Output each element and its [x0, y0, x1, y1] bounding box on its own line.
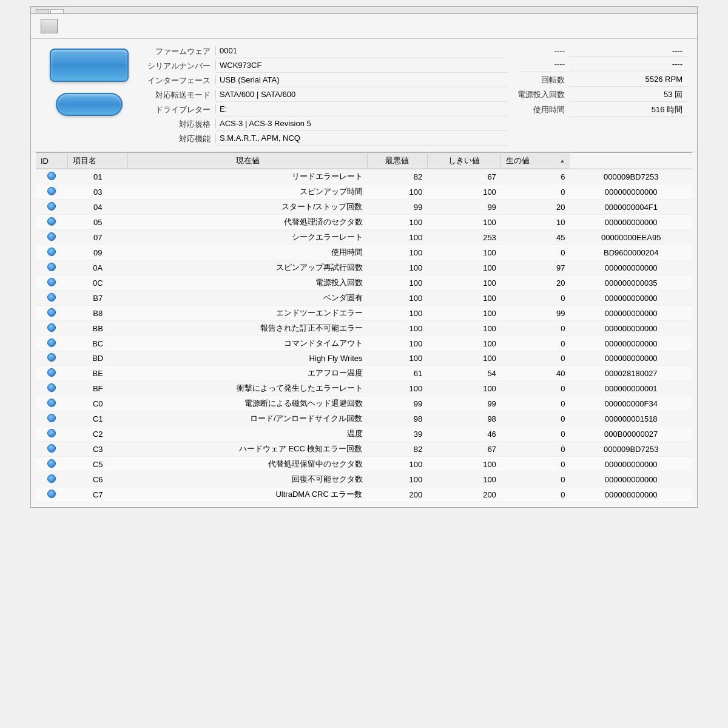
attr-current: 100 — [368, 336, 428, 351]
table-row: C0電源断による磁気ヘッド退避回数99990000000000F34 — [36, 396, 692, 411]
right-val-dash: ---- — [570, 45, 687, 57]
attr-threshold: 0 — [501, 245, 570, 260]
table-row: B8エンドツーエンドエラー10010099000000000000 — [36, 306, 692, 321]
attr-threshold: 0 — [501, 457, 570, 472]
attr-worst: 46 — [427, 426, 501, 442]
tab-e[interactable] — [50, 9, 64, 13]
attr-raw: 000028180027 — [570, 366, 692, 381]
status-dot-icon — [47, 248, 56, 256]
spec-key: 対応規格 — [147, 118, 215, 131]
attr-current: 200 — [368, 487, 428, 502]
attr-raw: 000000000000 — [570, 472, 692, 487]
attr-name: エンドツーエンドエラー — [128, 306, 368, 321]
attr-threshold: 40 — [501, 366, 570, 381]
attr-name: スピンアップ再試行回数 — [128, 260, 368, 275]
attr-id: C7 — [68, 487, 128, 502]
status-dot-icon — [47, 232, 56, 241]
back-button[interactable] — [41, 19, 58, 33]
right-val-dash: ---- — [570, 58, 687, 70]
attr-raw: 000009BD7253 — [570, 169, 692, 184]
attr-current: 39 — [368, 426, 428, 442]
right-val: 53 回 — [570, 88, 687, 102]
right-key: 電源投入回数 — [517, 88, 570, 102]
table-row: C7UltraDMA CRC エラー数2002000000000000000 — [36, 487, 692, 502]
table-row: C1ロード/アンロードサイクル回数98980000000001518 — [36, 411, 692, 426]
attr-threshold: 20 — [501, 275, 570, 291]
status-dot-icon — [47, 383, 56, 392]
attr-threshold: 0 — [501, 321, 570, 336]
attr-name: UltraDMA CRC エラー数 — [128, 487, 368, 502]
table-row: C6回復不可能セクタ数1001000000000000000 — [36, 472, 692, 487]
status-dot-cell — [36, 169, 68, 184]
table-row: 05代替処理済のセクタ数10010010000000000000 — [36, 215, 692, 230]
status-dot-cell — [36, 396, 68, 411]
attr-raw: 00000000EEA95 — [570, 230, 692, 245]
tab-cdj[interactable] — [36, 9, 49, 13]
attr-threshold: 10 — [501, 215, 570, 230]
table-header-row: ID 項目名 現在値 最悪値 しきい値 生の値 ▲ — [36, 153, 692, 169]
attr-worst: 100 — [427, 351, 501, 366]
attr-threshold: 0 — [501, 351, 570, 366]
attr-id: 04 — [68, 200, 128, 215]
attr-worst: 54 — [427, 366, 501, 381]
right-val: 516 時間 — [570, 103, 687, 117]
right-panel: ----------------回転数5526 RPM電源投入回数53 回使用時… — [517, 45, 687, 146]
status-dot-icon — [47, 278, 56, 286]
th-id: ID — [36, 153, 68, 169]
attr-id: 0C — [68, 275, 128, 291]
attr-id: B8 — [68, 306, 128, 321]
temp-value-badge — [56, 93, 123, 116]
attr-worst: 100 — [427, 184, 501, 200]
th-name: 項目名 — [68, 153, 128, 169]
attr-current: 100 — [368, 291, 428, 306]
status-dot-icon — [47, 323, 56, 332]
table-row: 0Aスピンアップ再試行回数10010097000000000000 — [36, 260, 692, 275]
attr-worst: 99 — [427, 200, 501, 215]
status-dot-cell — [36, 351, 68, 366]
attr-name: シークエラーレート — [128, 230, 368, 245]
attr-current: 100 — [368, 245, 428, 260]
attr-current: 100 — [368, 230, 428, 245]
attr-raw: 000000000000 — [570, 260, 692, 275]
status-dot-cell — [36, 215, 68, 230]
attr-name: ロード/アンロードサイクル回数 — [128, 411, 368, 426]
attr-threshold: 45 — [501, 230, 570, 245]
attr-threshold: 0 — [501, 381, 570, 396]
attr-current: 100 — [368, 184, 428, 200]
status-dot-cell — [36, 275, 68, 291]
header-row — [31, 14, 697, 39]
table-row: C3ハードウェア ECC 検知エラー回数82670000009BD7253 — [36, 442, 692, 457]
attr-id: BB — [68, 321, 128, 336]
attr-threshold: 0 — [501, 472, 570, 487]
spec-key: ファームウェア — [147, 45, 215, 58]
status-dot-cell — [36, 442, 68, 457]
table-row: 04スタート/ストップ回数9999200000000004F1 — [36, 200, 692, 215]
status-dot-icon — [47, 202, 56, 211]
attr-threshold: 0 — [501, 396, 570, 411]
spec-value: ACS-3 | ACS-3 Revision 5 — [215, 118, 508, 131]
attr-raw: 000000000000 — [570, 321, 692, 336]
spec-key: ドライブレター — [147, 103, 215, 116]
scroll-up-icon[interactable]: ▲ — [560, 158, 565, 164]
status-dot-cell — [36, 411, 68, 426]
th-worst: 最悪値 — [368, 153, 428, 169]
attr-worst: 100 — [427, 245, 501, 260]
status-dot-cell — [36, 336, 68, 351]
spec-value: E: — [215, 103, 508, 116]
attr-name: 報告された訂正不可能エラー — [128, 321, 368, 336]
attr-name: リードエラーレート — [128, 169, 368, 184]
table-row: C2温度39460000B00000027 — [36, 426, 692, 442]
status-dot-cell — [36, 426, 68, 442]
attr-name: スピンアップ時間 — [128, 184, 368, 200]
spec-key: インターフェース — [147, 74, 215, 87]
attr-current: 82 — [368, 442, 428, 457]
status-dot-cell — [36, 457, 68, 472]
status-dot-icon — [47, 474, 56, 483]
attr-current: 100 — [368, 351, 428, 366]
attr-worst: 100 — [427, 306, 501, 321]
table-section: ID 項目名 現在値 最悪値 しきい値 生の値 ▲ 01リードエラーレート826… — [31, 152, 697, 507]
attr-raw: BD9600000204 — [570, 245, 692, 260]
attr-id: C6 — [68, 472, 128, 487]
status-dot-icon — [47, 459, 56, 468]
attr-name: エアフロー温度 — [128, 366, 368, 381]
